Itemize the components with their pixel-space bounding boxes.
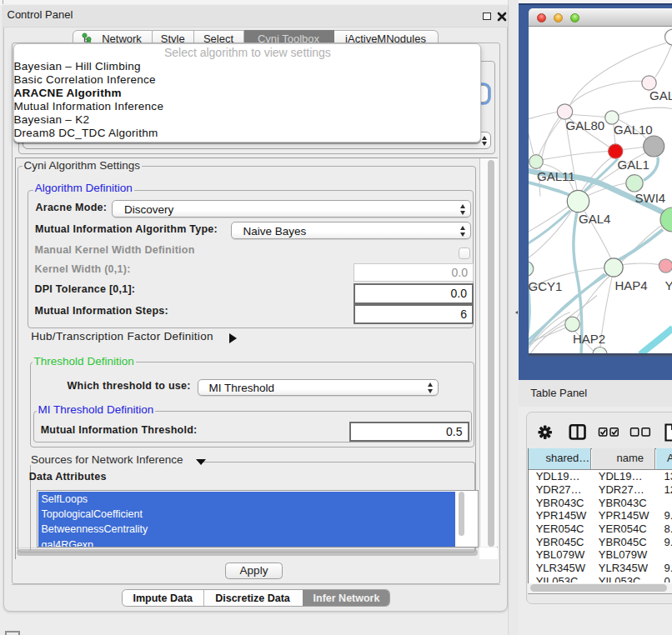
- svg-text:GAL11: GAL11: [537, 168, 575, 182]
- svg-text:HAP2: HAP2: [573, 331, 605, 345]
- svg-text:GCY1: GCY1: [529, 278, 562, 292]
- svg-text:GAL80: GAL80: [566, 118, 605, 132]
- svg-text:GAL10: GAL10: [614, 122, 653, 137]
- svg-text:SWI4: SWI4: [635, 190, 666, 204]
- svg-text:GAL4: GAL4: [579, 212, 610, 226]
- svg-text:GAL1: GAL1: [618, 157, 649, 171]
- svg-text:GAL: GAL: [649, 88, 672, 102]
- svg-text:HAP4: HAP4: [615, 278, 648, 292]
- svg-text:Y: Y: [665, 278, 672, 292]
